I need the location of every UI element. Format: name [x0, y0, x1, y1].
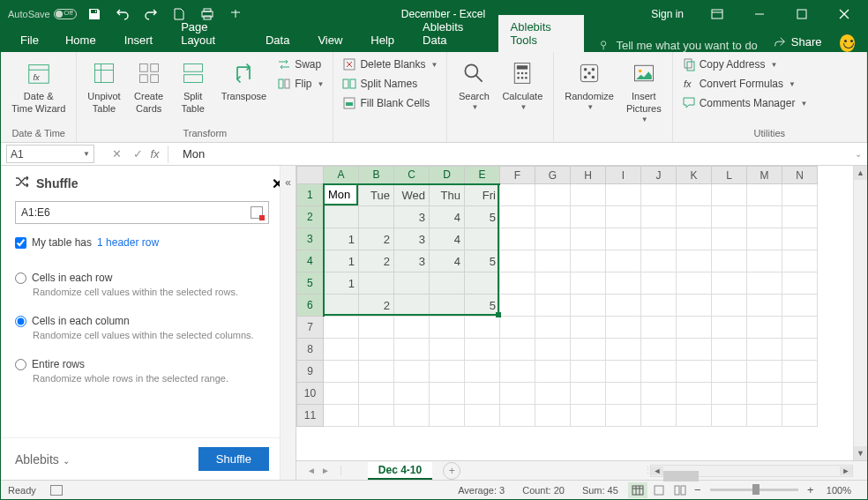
cell[interactable] — [606, 228, 641, 250]
name-box[interactable]: A1▼ — [6, 145, 94, 163]
convert-formulas-button[interactable]: fxConvert Formulas▼ — [678, 75, 812, 93]
cell[interactable] — [677, 228, 712, 250]
share-button[interactable]: Share — [765, 32, 831, 52]
cell[interactable] — [430, 339, 465, 361]
date-time-wizard-button[interactable]: fx Date & Time Wizard — [6, 56, 71, 117]
cell[interactable] — [677, 383, 712, 405]
cell[interactable]: 3 — [394, 250, 430, 272]
cell[interactable] — [641, 295, 677, 317]
cell[interactable]: 5 — [465, 250, 500, 272]
tab-insert[interactable]: Insert — [112, 28, 166, 52]
cell[interactable] — [606, 295, 641, 317]
cell[interactable] — [641, 206, 677, 228]
cell[interactable] — [535, 184, 571, 206]
cell[interactable] — [571, 206, 606, 228]
cell[interactable] — [712, 295, 747, 317]
cell[interactable] — [782, 184, 818, 206]
cell[interactable] — [500, 361, 535, 383]
cell[interactable] — [747, 250, 782, 272]
cell[interactable] — [324, 383, 359, 405]
cell[interactable] — [430, 272, 465, 295]
scroll-up-icon[interactable]: ▲ — [854, 166, 867, 180]
cell[interactable] — [641, 339, 677, 361]
cell[interactable] — [677, 295, 712, 317]
cell[interactable] — [535, 272, 571, 295]
cell[interactable] — [782, 339, 818, 361]
cell[interactable] — [535, 206, 571, 228]
cell[interactable] — [782, 317, 818, 339]
tab-help[interactable]: Help — [358, 28, 407, 52]
create-cards-button[interactable]: Create Cards — [128, 56, 170, 117]
cell[interactable] — [500, 228, 535, 250]
cell[interactable] — [465, 405, 500, 427]
cell[interactable] — [606, 272, 641, 295]
cell[interactable] — [465, 228, 500, 250]
cell[interactable]: 4 — [430, 250, 465, 272]
option-cells-each-column[interactable]: Cells in each column — [15, 315, 269, 327]
cell[interactable] — [712, 184, 747, 206]
cell[interactable] — [712, 339, 747, 361]
cell[interactable]: 1 — [324, 272, 359, 295]
option-entire-rows[interactable]: Entire rows — [15, 358, 269, 370]
cell[interactable]: 4 — [430, 206, 465, 228]
cell[interactable] — [712, 206, 747, 228]
scroll-left-icon[interactable]: ◄ — [651, 466, 663, 475]
cell[interactable] — [535, 339, 571, 361]
cell[interactable] — [782, 295, 818, 317]
cell[interactable] — [677, 272, 712, 295]
cell[interactable] — [394, 295, 430, 317]
cell[interactable] — [500, 250, 535, 272]
cell[interactable] — [782, 206, 818, 228]
cell[interactable] — [535, 383, 571, 405]
range-picker-icon[interactable] — [251, 206, 263, 219]
cell[interactable] — [782, 383, 818, 405]
cell[interactable] — [782, 272, 818, 295]
cell[interactable] — [712, 405, 747, 427]
cell[interactable]: 1 — [324, 250, 359, 272]
cell[interactable] — [606, 206, 641, 228]
cell[interactable] — [571, 184, 606, 206]
grid[interactable]: ABCDEFGHIJKLMN1MonTueWedThuFri2345312344… — [296, 166, 818, 427]
flip-button[interactable]: Flip▼ — [273, 75, 327, 93]
tab-data[interactable]: Data — [253, 28, 302, 52]
tab-split-handle[interactable]: ⋮ — [636, 465, 650, 476]
cell[interactable] — [782, 228, 818, 250]
sheet-nav-last-icon[interactable]: ► — [319, 466, 332, 475]
sheet-nav-first-icon[interactable]: ◄ — [305, 466, 318, 475]
unpivot-table-button[interactable]: Unpivot Table — [82, 56, 125, 117]
cell[interactable] — [535, 361, 571, 383]
cell[interactable] — [324, 339, 359, 361]
cell[interactable] — [571, 361, 606, 383]
cell[interactable] — [641, 272, 677, 295]
cell[interactable] — [430, 361, 465, 383]
cell[interactable] — [747, 383, 782, 405]
cell[interactable] — [747, 405, 782, 427]
signin-link[interactable]: Sign in — [640, 8, 694, 20]
cell[interactable] — [535, 295, 571, 317]
cell[interactable] — [712, 361, 747, 383]
cell[interactable] — [394, 405, 430, 427]
ribbon-display-icon[interactable] — [698, 1, 737, 27]
cell[interactable] — [712, 317, 747, 339]
cell[interactable] — [465, 383, 500, 405]
cell[interactable] — [747, 272, 782, 295]
cell[interactable] — [747, 228, 782, 250]
cell[interactable] — [747, 206, 782, 228]
cell[interactable] — [641, 317, 677, 339]
cell[interactable] — [394, 361, 430, 383]
cell[interactable] — [500, 206, 535, 228]
close-button[interactable] — [825, 1, 864, 27]
cell[interactable] — [571, 383, 606, 405]
cell[interactable] — [747, 184, 782, 206]
feedback-smiley-icon[interactable] — [840, 34, 855, 52]
cell[interactable] — [782, 361, 818, 383]
cell[interactable] — [359, 383, 394, 405]
randomize-button[interactable]: Randomize▼ — [559, 56, 619, 114]
tellme-search[interactable]: Tell me what you want to do — [587, 39, 757, 52]
enter-formula-icon[interactable]: ✓ — [128, 146, 147, 163]
cell[interactable]: Mon — [324, 184, 359, 206]
cell[interactable] — [782, 250, 818, 272]
autosave-toggle[interactable]: AutoSave — [8, 9, 77, 19]
tab-view[interactable]: View — [305, 28, 355, 52]
cell[interactable]: 4 — [430, 228, 465, 250]
